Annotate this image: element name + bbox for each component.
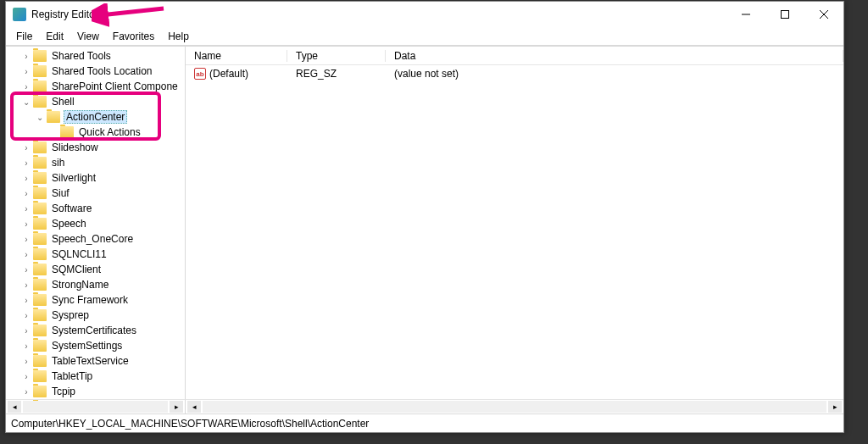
chevron-right-icon[interactable]: ›	[19, 219, 33, 229]
tree-node[interactable]: ›Speech	[6, 216, 185, 231]
tree-node[interactable]: Quick Actions	[6, 125, 185, 140]
folder-icon	[33, 309, 47, 321]
chevron-right-icon[interactable]: ›	[19, 67, 33, 76]
chevron-right-icon[interactable]: ›	[19, 52, 33, 61]
folder-icon	[60, 126, 74, 138]
col-data[interactable]: Data	[386, 50, 843, 62]
tree-node[interactable]: ›Slideshow	[6, 140, 185, 155]
tree-node[interactable]: ›Sysprep	[6, 308, 185, 323]
chevron-right-icon[interactable]: ›	[19, 174, 33, 183]
chevron-right-icon[interactable]: ›	[19, 311, 33, 320]
tree-node[interactable]: ›SQMClient	[6, 262, 185, 277]
scroll-right-icon[interactable]: ▸	[828, 401, 842, 413]
tree-node[interactable]: ›StrongName	[6, 277, 185, 292]
scroll-right-icon[interactable]: ▸	[170, 401, 183, 413]
chevron-right-icon[interactable]: ›	[19, 235, 33, 244]
tree-node-label: Sysprep	[50, 309, 91, 321]
tree-hscroll[interactable]: ◂ ▸	[6, 399, 186, 413]
tree-node-label: SQMClient	[50, 264, 103, 275]
value-row[interactable]: ab(Default)REG_SZ(value not set)	[186, 65, 843, 82]
chevron-right-icon[interactable]: ›	[19, 357, 33, 366]
minimize-button[interactable]	[726, 2, 765, 27]
menubar: File Edit View Favorites Help	[6, 27, 843, 46]
col-name[interactable]: Name	[186, 50, 287, 62]
tree-node[interactable]: ›SystemCertificates	[6, 323, 185, 338]
close-button[interactable]	[804, 2, 843, 27]
tree-node[interactable]: ›Speech_OneCore	[6, 231, 185, 247]
tree-node-label: Silverlight	[50, 172, 97, 184]
statusbar: Computer\HKEY_LOCAL_MACHINE\SOFTWARE\Mic…	[6, 413, 843, 432]
chevron-right-icon[interactable]: ›	[19, 265, 33, 275]
menu-edit[interactable]: Edit	[39, 29, 70, 44]
tree-node-label: SystemCertificates	[50, 325, 138, 336]
chevron-right-icon[interactable]: ›	[19, 158, 33, 168]
tree-node[interactable]: ›Shared Tools Location	[6, 64, 185, 79]
tree-node-label: SystemSettings	[50, 340, 124, 352]
string-value-icon: ab	[194, 68, 206, 80]
tree-node[interactable]: ›Software	[6, 201, 185, 216]
chevron-right-icon[interactable]: ›	[19, 296, 33, 305]
folder-icon	[33, 80, 47, 92]
details-pane: Name Type Data ab(Default)REG_SZ(value n…	[186, 47, 843, 413]
folder-icon	[33, 370, 47, 382]
tree-node[interactable]: ›TabletTip	[6, 369, 185, 384]
folder-icon	[33, 233, 47, 245]
tree-scroll[interactable]: ›Shared Tools›Shared Tools Location›Shar…	[6, 47, 185, 413]
value-list[interactable]: ab(Default)REG_SZ(value not set)	[186, 65, 843, 399]
chevron-right-icon[interactable]: ›	[19, 280, 33, 290]
folder-icon	[33, 157, 47, 169]
tree-node[interactable]: ›Siuf	[6, 186, 185, 201]
tree-node[interactable]: ›Tcpip	[6, 384, 185, 399]
tree-node-label: Speech_OneCore	[50, 233, 135, 245]
menu-file[interactable]: File	[9, 29, 39, 44]
chevron-right-icon[interactable]: ›	[19, 372, 33, 381]
chevron-down-icon[interactable]: ⌄	[33, 113, 47, 122]
tree-node-label: ActionCenter	[64, 110, 127, 124]
column-headers: Name Type Data	[186, 47, 843, 65]
tree-node[interactable]: ⌄ActionCenter	[6, 109, 185, 125]
chevron-right-icon[interactable]: ›	[19, 189, 33, 198]
menu-view[interactable]: View	[70, 29, 106, 44]
tree-node[interactable]: ⌄Shell	[6, 94, 185, 109]
details-hscroll[interactable]: ◂ ▸	[186, 399, 843, 413]
tree-node-label: TabletTip	[50, 370, 94, 382]
scroll-left-icon[interactable]: ◂	[187, 401, 201, 413]
menu-help[interactable]: Help	[161, 29, 196, 44]
folder-icon	[33, 355, 47, 367]
tree-node[interactable]: ›TableTextService	[6, 353, 185, 369]
folder-icon	[33, 203, 47, 214]
tree-node-label: Shared Tools Location	[50, 65, 154, 77]
tree-node[interactable]: ›SharePoint Client Compone	[6, 79, 185, 94]
folder-icon	[33, 325, 47, 336]
menu-favorites[interactable]: Favorites	[106, 29, 161, 44]
tree-node[interactable]: ›Shared Tools	[6, 48, 185, 64]
titlebar[interactable]: Registry Editor	[6, 2, 843, 27]
chevron-right-icon[interactable]: ›	[19, 326, 33, 336]
folder-icon	[33, 264, 47, 275]
tree-node[interactable]: ›SystemSettings	[6, 338, 185, 353]
chevron-down-icon[interactable]: ⌄	[19, 97, 33, 107]
chevron-right-icon[interactable]: ›	[19, 250, 33, 259]
tree-node-label: SQLNCLI11	[50, 248, 108, 260]
tree-node-label: Siuf	[50, 187, 71, 199]
tree-node-label: Software	[50, 203, 93, 214]
chevron-right-icon[interactable]: ›	[19, 341, 33, 351]
tree-node-label: TableTextService	[50, 355, 131, 367]
tree-node-label: Shell	[50, 96, 76, 108]
folder-icon	[33, 50, 47, 62]
tree-node[interactable]: ›SQLNCLI11	[6, 247, 185, 262]
chevron-right-icon[interactable]: ›	[19, 387, 33, 397]
value-type: REG_SZ	[287, 68, 386, 80]
chevron-right-icon[interactable]: ›	[19, 204, 33, 214]
maximize-button[interactable]	[765, 2, 804, 27]
tree-node[interactable]: ›sih	[6, 155, 185, 170]
tree-node[interactable]: ›Sync Framework	[6, 292, 185, 308]
chevron-right-icon[interactable]: ›	[19, 143, 33, 153]
tree-node-label: Tcpip	[50, 386, 77, 397]
folder-icon	[33, 187, 47, 199]
chevron-right-icon[interactable]: ›	[19, 82, 33, 92]
tree-node-label: Quick Actions	[77, 126, 142, 138]
col-type[interactable]: Type	[287, 50, 386, 62]
tree-node[interactable]: ›Silverlight	[6, 170, 185, 186]
scroll-left-icon[interactable]: ◂	[8, 401, 21, 413]
